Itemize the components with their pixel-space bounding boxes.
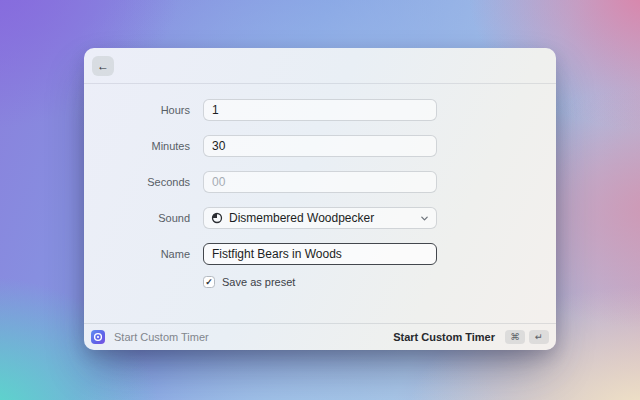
seconds-row: Seconds (84, 171, 556, 193)
checkbox-checked-icon: ✓ (203, 276, 215, 288)
seconds-input[interactable] (203, 171, 437, 193)
name-row: Name (84, 243, 556, 265)
sound-label: Sound (84, 212, 190, 224)
primary-action-label[interactable]: Start Custom Timer (393, 331, 495, 343)
name-input[interactable] (203, 243, 437, 265)
chevron-down-icon (420, 214, 429, 223)
minutes-row: Minutes (84, 135, 556, 157)
footer-left: Start Custom Timer (91, 330, 209, 344)
cmd-key-icon: ⌘ (505, 330, 525, 344)
save-as-preset-label: Save as preset (222, 276, 295, 288)
hours-label: Hours (84, 104, 190, 116)
timer-clock-icon (211, 212, 223, 224)
form: Hours Minutes Seconds Sound (84, 84, 556, 323)
minutes-label: Minutes (84, 140, 190, 152)
timers-app-icon (91, 330, 105, 344)
sound-select[interactable]: Dismembered Woodpecker (203, 207, 437, 229)
back-button[interactable]: ← (92, 56, 114, 76)
desktop-background: ← Hours Minutes Seconds Sound (0, 0, 640, 400)
minutes-input[interactable] (203, 135, 437, 157)
footer-title: Start Custom Timer (114, 331, 209, 343)
sound-row: Sound Dismembered Woodpecker (84, 207, 556, 229)
save-as-preset-row: ✓ Save as preset (84, 275, 556, 289)
sound-value: Dismembered Woodpecker (229, 211, 414, 225)
window-header: ← (84, 48, 556, 84)
name-label: Name (84, 248, 190, 260)
custom-timer-window: ← Hours Minutes Seconds Sound (84, 48, 556, 350)
seconds-label: Seconds (84, 176, 190, 188)
hours-row: Hours (84, 99, 556, 121)
check-icon: ✓ (205, 278, 213, 287)
hours-input[interactable] (203, 99, 437, 121)
window-footer: Start Custom Timer Start Custom Timer ⌘ … (84, 323, 556, 350)
save-as-preset-checkbox[interactable]: ✓ Save as preset (203, 276, 295, 288)
back-arrow-icon: ← (97, 56, 109, 76)
footer-right: Start Custom Timer ⌘ ↵ (393, 330, 549, 344)
enter-key-icon: ↵ (529, 330, 549, 344)
